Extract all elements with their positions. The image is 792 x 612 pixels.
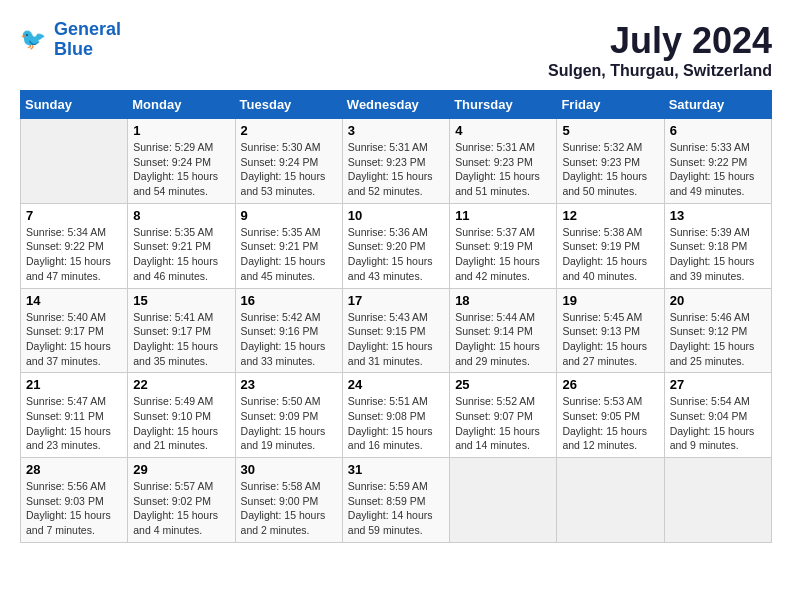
day-info: Sunrise: 5:47 AM Sunset: 9:11 PM Dayligh… — [26, 394, 122, 453]
day-number: 2 — [241, 123, 337, 138]
day-info: Sunrise: 5:34 AM Sunset: 9:22 PM Dayligh… — [26, 225, 122, 284]
column-header-monday: Monday — [128, 91, 235, 119]
svg-text:🐦: 🐦 — [20, 26, 47, 52]
month-year: July 2024 — [548, 20, 772, 62]
calendar-cell: 20Sunrise: 5:46 AM Sunset: 9:12 PM Dayli… — [664, 288, 771, 373]
calendar-cell: 30Sunrise: 5:58 AM Sunset: 9:00 PM Dayli… — [235, 458, 342, 543]
day-info: Sunrise: 5:44 AM Sunset: 9:14 PM Dayligh… — [455, 310, 551, 369]
day-info: Sunrise: 5:58 AM Sunset: 9:00 PM Dayligh… — [241, 479, 337, 538]
day-number: 3 — [348, 123, 444, 138]
column-header-thursday: Thursday — [450, 91, 557, 119]
calendar-cell: 1Sunrise: 5:29 AM Sunset: 9:24 PM Daylig… — [128, 119, 235, 204]
logo-line2: Blue — [54, 39, 93, 59]
day-number: 19 — [562, 293, 658, 308]
logo: 🐦 General Blue — [20, 20, 121, 60]
location: Sulgen, Thurgau, Switzerland — [548, 62, 772, 80]
calendar-cell: 13Sunrise: 5:39 AM Sunset: 9:18 PM Dayli… — [664, 203, 771, 288]
day-number: 1 — [133, 123, 229, 138]
day-info: Sunrise: 5:57 AM Sunset: 9:02 PM Dayligh… — [133, 479, 229, 538]
day-info: Sunrise: 5:51 AM Sunset: 9:08 PM Dayligh… — [348, 394, 444, 453]
calendar-cell: 3Sunrise: 5:31 AM Sunset: 9:23 PM Daylig… — [342, 119, 449, 204]
day-number: 10 — [348, 208, 444, 223]
day-number: 12 — [562, 208, 658, 223]
day-info: Sunrise: 5:56 AM Sunset: 9:03 PM Dayligh… — [26, 479, 122, 538]
day-info: Sunrise: 5:42 AM Sunset: 9:16 PM Dayligh… — [241, 310, 337, 369]
day-info: Sunrise: 5:52 AM Sunset: 9:07 PM Dayligh… — [455, 394, 551, 453]
day-info: Sunrise: 5:36 AM Sunset: 9:20 PM Dayligh… — [348, 225, 444, 284]
calendar-cell: 22Sunrise: 5:49 AM Sunset: 9:10 PM Dayli… — [128, 373, 235, 458]
calendar-cell: 26Sunrise: 5:53 AM Sunset: 9:05 PM Dayli… — [557, 373, 664, 458]
day-number: 20 — [670, 293, 766, 308]
day-info: Sunrise: 5:54 AM Sunset: 9:04 PM Dayligh… — [670, 394, 766, 453]
calendar-cell: 18Sunrise: 5:44 AM Sunset: 9:14 PM Dayli… — [450, 288, 557, 373]
calendar-header-row: SundayMondayTuesdayWednesdayThursdayFrid… — [21, 91, 772, 119]
calendar-cell — [450, 458, 557, 543]
calendar-cell: 12Sunrise: 5:38 AM Sunset: 9:19 PM Dayli… — [557, 203, 664, 288]
column-header-friday: Friday — [557, 91, 664, 119]
day-number: 22 — [133, 377, 229, 392]
day-number: 31 — [348, 462, 444, 477]
day-number: 9 — [241, 208, 337, 223]
day-number: 14 — [26, 293, 122, 308]
calendar-cell: 14Sunrise: 5:40 AM Sunset: 9:17 PM Dayli… — [21, 288, 128, 373]
calendar-cell: 19Sunrise: 5:45 AM Sunset: 9:13 PM Dayli… — [557, 288, 664, 373]
calendar-cell: 21Sunrise: 5:47 AM Sunset: 9:11 PM Dayli… — [21, 373, 128, 458]
day-info: Sunrise: 5:30 AM Sunset: 9:24 PM Dayligh… — [241, 140, 337, 199]
day-number: 6 — [670, 123, 766, 138]
day-info: Sunrise: 5:40 AM Sunset: 9:17 PM Dayligh… — [26, 310, 122, 369]
day-number: 24 — [348, 377, 444, 392]
calendar-cell: 4Sunrise: 5:31 AM Sunset: 9:23 PM Daylig… — [450, 119, 557, 204]
day-info: Sunrise: 5:38 AM Sunset: 9:19 PM Dayligh… — [562, 225, 658, 284]
day-info: Sunrise: 5:53 AM Sunset: 9:05 PM Dayligh… — [562, 394, 658, 453]
day-info: Sunrise: 5:37 AM Sunset: 9:19 PM Dayligh… — [455, 225, 551, 284]
day-info: Sunrise: 5:35 AM Sunset: 9:21 PM Dayligh… — [133, 225, 229, 284]
column-header-sunday: Sunday — [21, 91, 128, 119]
day-number: 4 — [455, 123, 551, 138]
day-info: Sunrise: 5:31 AM Sunset: 9:23 PM Dayligh… — [455, 140, 551, 199]
calendar-cell: 23Sunrise: 5:50 AM Sunset: 9:09 PM Dayli… — [235, 373, 342, 458]
day-number: 25 — [455, 377, 551, 392]
calendar-cell: 16Sunrise: 5:42 AM Sunset: 9:16 PM Dayli… — [235, 288, 342, 373]
day-number: 23 — [241, 377, 337, 392]
calendar-cell — [557, 458, 664, 543]
calendar-week-row: 7Sunrise: 5:34 AM Sunset: 9:22 PM Daylig… — [21, 203, 772, 288]
day-info: Sunrise: 5:41 AM Sunset: 9:17 PM Dayligh… — [133, 310, 229, 369]
calendar-cell — [21, 119, 128, 204]
day-info: Sunrise: 5:32 AM Sunset: 9:23 PM Dayligh… — [562, 140, 658, 199]
day-number: 8 — [133, 208, 229, 223]
logo-icon: 🐦 — [20, 25, 50, 55]
calendar-week-row: 14Sunrise: 5:40 AM Sunset: 9:17 PM Dayli… — [21, 288, 772, 373]
calendar-cell: 15Sunrise: 5:41 AM Sunset: 9:17 PM Dayli… — [128, 288, 235, 373]
day-number: 18 — [455, 293, 551, 308]
day-number: 28 — [26, 462, 122, 477]
day-number: 17 — [348, 293, 444, 308]
day-info: Sunrise: 5:50 AM Sunset: 9:09 PM Dayligh… — [241, 394, 337, 453]
day-number: 29 — [133, 462, 229, 477]
calendar-cell: 7Sunrise: 5:34 AM Sunset: 9:22 PM Daylig… — [21, 203, 128, 288]
calendar-cell: 31Sunrise: 5:59 AM Sunset: 8:59 PM Dayli… — [342, 458, 449, 543]
calendar-week-row: 21Sunrise: 5:47 AM Sunset: 9:11 PM Dayli… — [21, 373, 772, 458]
column-header-saturday: Saturday — [664, 91, 771, 119]
day-number: 27 — [670, 377, 766, 392]
day-info: Sunrise: 5:29 AM Sunset: 9:24 PM Dayligh… — [133, 140, 229, 199]
day-number: 16 — [241, 293, 337, 308]
day-info: Sunrise: 5:35 AM Sunset: 9:21 PM Dayligh… — [241, 225, 337, 284]
calendar-cell: 28Sunrise: 5:56 AM Sunset: 9:03 PM Dayli… — [21, 458, 128, 543]
day-number: 26 — [562, 377, 658, 392]
day-number: 11 — [455, 208, 551, 223]
day-number: 7 — [26, 208, 122, 223]
day-info: Sunrise: 5:39 AM Sunset: 9:18 PM Dayligh… — [670, 225, 766, 284]
calendar-cell: 11Sunrise: 5:37 AM Sunset: 9:19 PM Dayli… — [450, 203, 557, 288]
calendar-week-row: 28Sunrise: 5:56 AM Sunset: 9:03 PM Dayli… — [21, 458, 772, 543]
calendar-cell: 2Sunrise: 5:30 AM Sunset: 9:24 PM Daylig… — [235, 119, 342, 204]
day-info: Sunrise: 5:33 AM Sunset: 9:22 PM Dayligh… — [670, 140, 766, 199]
day-info: Sunrise: 5:59 AM Sunset: 8:59 PM Dayligh… — [348, 479, 444, 538]
day-info: Sunrise: 5:49 AM Sunset: 9:10 PM Dayligh… — [133, 394, 229, 453]
calendar-cell: 5Sunrise: 5:32 AM Sunset: 9:23 PM Daylig… — [557, 119, 664, 204]
day-info: Sunrise: 5:46 AM Sunset: 9:12 PM Dayligh… — [670, 310, 766, 369]
day-info: Sunrise: 5:45 AM Sunset: 9:13 PM Dayligh… — [562, 310, 658, 369]
calendar-cell: 8Sunrise: 5:35 AM Sunset: 9:21 PM Daylig… — [128, 203, 235, 288]
calendar-cell: 24Sunrise: 5:51 AM Sunset: 9:08 PM Dayli… — [342, 373, 449, 458]
day-number: 13 — [670, 208, 766, 223]
calendar-cell — [664, 458, 771, 543]
